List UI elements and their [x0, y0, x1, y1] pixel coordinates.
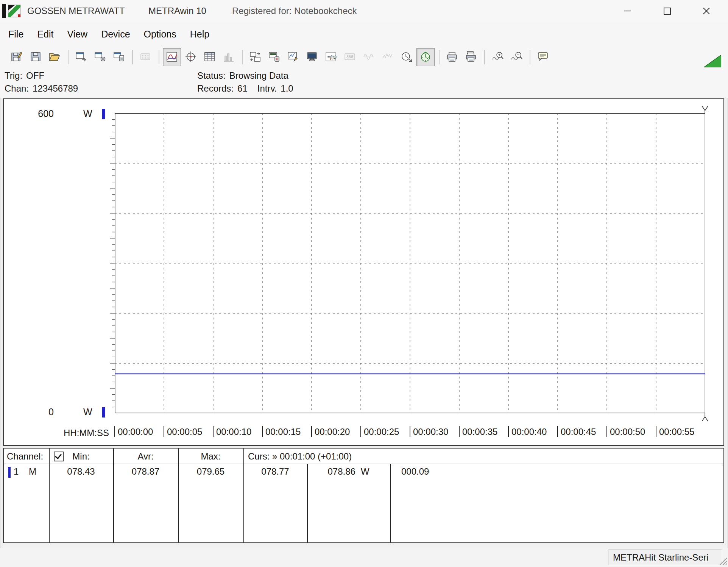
- function-button[interactable]: =f(x): [322, 48, 340, 66]
- menu-help[interactable]: Help: [183, 22, 216, 46]
- menu-file[interactable]: File: [2, 22, 30, 46]
- numeric-display-button[interactable]: [136, 48, 154, 66]
- app-status: Status:Browsing Data: [197, 70, 288, 81]
- zoom-in-icon: [491, 51, 504, 64]
- channel-label: Chan:: [5, 83, 29, 93]
- print-button[interactable]: [443, 48, 461, 66]
- window-arrows-icon: [249, 51, 261, 64]
- table-divider: [178, 449, 179, 542]
- chart-plot-area[interactable]: [115, 113, 705, 413]
- save-button[interactable]: [8, 48, 26, 66]
- envelope-button[interactable]: [360, 48, 378, 66]
- measurement-info-area: Trig:OFF Chan:123456789 Status:Browsing …: [0, 68, 728, 98]
- x-tick-label: 00:00:10: [213, 426, 251, 438]
- open-button[interactable]: [45, 48, 64, 66]
- x-tick-mark: [164, 426, 164, 437]
- interval-value: 1.0: [281, 83, 293, 93]
- barchart-icon: [223, 51, 235, 64]
- export-report-button[interactable]: [110, 48, 128, 66]
- toolbar-separator: [242, 50, 243, 64]
- minimize-button[interactable]: [615, 0, 640, 22]
- toolbar-separator: [439, 50, 440, 64]
- y-axis-min-label: 0: [23, 407, 54, 417]
- timer-icon: [419, 51, 432, 64]
- menu-edit[interactable]: Edit: [30, 22, 60, 46]
- x-tick-mark: [656, 426, 656, 437]
- bar-view-button[interactable]: [220, 48, 238, 66]
- status-label: Status:: [197, 70, 226, 81]
- x-axis-title: HH:MM:SS: [45, 428, 109, 438]
- note-icon: [537, 51, 549, 64]
- timer-button[interactable]: [416, 48, 435, 66]
- y-axis-unit-top: W: [83, 108, 92, 119]
- printer-icon: [446, 51, 458, 64]
- table-header-underline: [4, 464, 723, 464]
- cell-max-value: 079.65: [178, 466, 243, 477]
- device-name: METRAHit Starline-Seri: [613, 552, 708, 563]
- x-tick-label: 00:00:55: [656, 426, 694, 438]
- trigger-label: Trig:: [5, 70, 22, 81]
- app-window: GOSSEN METRAWATT METRAwin 10 Registered …: [0, 0, 728, 567]
- x-tick-label: 00:00:15: [262, 426, 301, 438]
- table-view-button[interactable]: [201, 48, 219, 66]
- export-data-button[interactable]: [72, 48, 90, 66]
- monitor-button[interactable]: [303, 48, 321, 66]
- menu-bar: FileEditViewDeviceOptionsHelp: [0, 22, 728, 46]
- comment-button[interactable]: [534, 48, 552, 66]
- title-bar[interactable]: GOSSEN METRAWATT METRAwin 10 Registered …: [0, 0, 728, 22]
- curve-icon: [166, 51, 178, 64]
- smooth-button[interactable]: [379, 48, 397, 66]
- scope-view-button[interactable]: [182, 48, 200, 66]
- channel-row-marker: [8, 467, 11, 478]
- x-tick-label: 00:00:25: [360, 426, 399, 438]
- cell-channel-mode: M: [29, 466, 36, 477]
- chart-config-button[interactable]: [284, 48, 302, 66]
- fx-icon: =f(x): [325, 51, 337, 64]
- x-tick-label: 00:00:35: [459, 426, 497, 438]
- menu-options[interactable]: Options: [137, 22, 183, 46]
- toolbar-separator: [68, 50, 69, 64]
- table-icon: [204, 51, 216, 64]
- interval-label: Intrv.: [257, 83, 277, 93]
- print-preview-button[interactable]: [462, 48, 480, 66]
- menu-device[interactable]: Device: [94, 22, 137, 46]
- clock-button[interactable]: [398, 48, 416, 66]
- svg-text:=f(x): =f(x): [327, 55, 337, 60]
- channel-color-marker-top: [102, 109, 105, 119]
- y-axis-max-label: 600: [23, 108, 54, 119]
- maximize-button[interactable]: [655, 0, 680, 22]
- wave2-icon: [382, 51, 394, 64]
- menu-view[interactable]: View: [60, 22, 94, 46]
- toolbar-separator: [132, 50, 133, 64]
- x-tick-mark: [213, 426, 214, 437]
- close-button[interactable]: [694, 0, 719, 22]
- resize-grip[interactable]: [719, 556, 728, 567]
- maximize-icon: [664, 8, 671, 15]
- x-tick-mark: [508, 426, 509, 437]
- readout-table-panel: Channel: Min: Avr: Max: Curs: » 00:01:00…: [3, 448, 724, 543]
- records-value: 61: [237, 83, 248, 93]
- chart-view-button[interactable]: [163, 48, 181, 66]
- save-as-button[interactable]: [27, 48, 45, 66]
- zoom-out-button[interactable]: [507, 48, 525, 66]
- monitor-icon: [306, 51, 318, 64]
- device-control-button[interactable]: [265, 48, 283, 66]
- zoom-in-button[interactable]: [488, 48, 507, 66]
- header-min: Min:: [49, 451, 113, 462]
- x-tick-label: 00:00:50: [606, 426, 645, 438]
- floppy-edit-icon: [11, 51, 23, 64]
- export-image-button[interactable]: [91, 48, 109, 66]
- x-tick-label: 00:00:40: [508, 426, 547, 438]
- current-unit: W: [361, 466, 369, 477]
- cell-cursor-value: 078.77: [243, 466, 307, 477]
- x-tick-mark: [410, 426, 410, 437]
- table-divider: [243, 449, 244, 542]
- window-camera-icon: [94, 51, 106, 64]
- cell-channel-number: 1: [14, 466, 19, 477]
- header-channel: Channel:: [7, 451, 43, 462]
- device-display-button[interactable]: 888: [341, 48, 359, 66]
- transfer-button[interactable]: [246, 48, 264, 66]
- clock-arrow-icon: [401, 51, 413, 64]
- toolbar: =f(x)888: [0, 46, 728, 68]
- y-axis-unit-bottom: W: [83, 407, 92, 417]
